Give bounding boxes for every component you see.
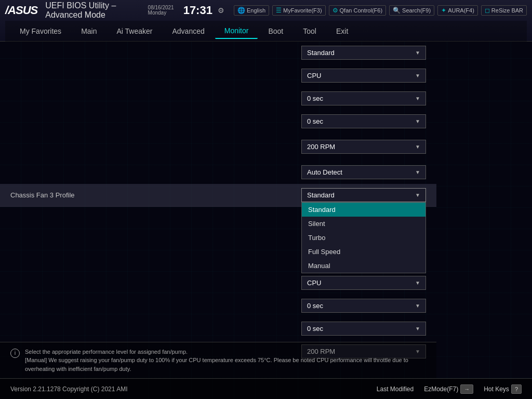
chassis-fan3-qfan-source-value: CPU xyxy=(307,279,321,287)
info-icon-char: i xyxy=(15,349,16,357)
chassis-fan2-profile-value: Standard xyxy=(307,49,335,57)
chassis-fan3-step-down-dropdown[interactable]: 0 sec ▼ xyxy=(301,322,426,336)
chassis-fan2-qfan-source-control: CPU ▼ xyxy=(301,69,426,83)
fan-icon: ⚙ xyxy=(332,7,338,14)
chassis-fan2-step-up-control: 0 sec ▼ xyxy=(301,91,426,105)
info-line-2: [Manual] We suggest raising your fan/pum… xyxy=(25,356,426,373)
dropdown-arrow: ▼ xyxy=(415,50,420,56)
chassis-fan2-profile-dropdown[interactable]: Standard ▼ xyxy=(301,46,426,60)
chassis-fan2-speed-low-limit-control: 200 RPM ▼ xyxy=(301,140,426,154)
dropdown-arrow: ▼ xyxy=(415,303,420,309)
nav-my-favorites[interactable]: My Favorites xyxy=(10,24,71,38)
footer: Version 2.21.1278 Copyright (C) 2021 AMI… xyxy=(0,378,532,399)
hot-keys-label: Hot Keys xyxy=(484,385,509,393)
chassis-fan2-step-up-dropdown[interactable]: 0 sec ▼ xyxy=(301,91,426,105)
footer-version: Version 2.21.1278 Copyright (C) 2021 AMI xyxy=(10,385,127,393)
qfan-label: Qfan Control(F6) xyxy=(340,7,383,14)
search-icon: 🔍 xyxy=(393,7,401,14)
header-nav: 🌐 English ☰ MyFavorite(F3) ⚙ Qfan Contro… xyxy=(234,5,527,16)
nav-exit[interactable]: Exit xyxy=(327,24,357,38)
asus-logo: /ASUS xyxy=(5,4,37,17)
chassis-fan3-qfan-source-dropdown[interactable]: CPU ▼ xyxy=(301,276,426,290)
aura-btn[interactable]: ✦ AURA(F4) xyxy=(437,5,478,16)
dropdown-arrow: ▼ xyxy=(415,280,420,286)
info-text: Select the appropriate performance level… xyxy=(25,348,426,374)
info-icon: i xyxy=(10,349,20,358)
chassis-fan2-step-down-dropdown[interactable]: 0 sec ▼ xyxy=(301,114,426,128)
dropdown-arrow: ▼ xyxy=(415,144,420,150)
datetime-block: 08/16/2021 Monday xyxy=(148,5,174,16)
favorite-icon: ☰ xyxy=(276,7,282,14)
settings-icon[interactable]: ⚙ xyxy=(218,6,224,15)
nav-tool[interactable]: Tool xyxy=(294,24,326,38)
language-selector[interactable]: 🌐 English xyxy=(234,5,269,16)
chassis-fan3-qfan-control-value: Auto Detect xyxy=(307,168,342,176)
chassis-fan3-profile-control: Standard ▼ Standard Silent Turbo Full Sp… xyxy=(301,188,426,202)
nav-boot[interactable]: Boot xyxy=(259,24,292,38)
chassis-fan2-qfan-source-value: CPU xyxy=(307,72,321,79)
hot-keys-icon: ? xyxy=(511,384,522,394)
bios-title: UEFI BIOS Utility – Advanced Mode xyxy=(45,1,142,20)
chassis-fan3-step-up-dropdown[interactable]: 0 sec ▼ xyxy=(301,299,426,313)
chassis-fan3-step-down-control: 0 sec ▼ xyxy=(301,322,426,336)
resize-bar-btn[interactable]: ◻ ReSize BAR xyxy=(481,5,527,16)
chassis-fan3-profile-row: Chassis Fan 3 Profile Standard ▼ Standar… xyxy=(0,184,436,207)
search-label: Search(F9) xyxy=(402,7,431,14)
search-btn[interactable]: 🔍 Search(F9) xyxy=(389,5,434,16)
option-silent[interactable]: Silent xyxy=(302,217,425,231)
footer-right: Last Modified EzMode(F7) → Hot Keys ? xyxy=(377,384,522,394)
main-navigation: My Favorites Main Ai Tweaker Advanced Mo… xyxy=(5,21,527,42)
chassis-fan3-step-down-value: 0 sec xyxy=(307,325,323,332)
aura-icon: ✦ xyxy=(441,7,446,14)
date-text: 08/16/2021 Monday xyxy=(148,5,174,16)
chassis-fan2-step-down-value: 0 sec xyxy=(307,117,323,125)
dropdown-arrow: ▼ xyxy=(415,169,420,175)
resize-icon: ◻ xyxy=(485,7,490,14)
last-modified-btn[interactable]: Last Modified xyxy=(377,385,414,393)
hot-keys-btn[interactable]: Hot Keys ? xyxy=(484,384,522,394)
dropdown-arrow: ▼ xyxy=(415,96,420,101)
option-full-speed[interactable]: Full Speed xyxy=(302,245,425,259)
chassis-fan2-speed-low-limit-value: 200 RPM xyxy=(307,143,335,151)
globe-icon: 🌐 xyxy=(237,7,245,14)
info-panel: i Select the appropriate performance lev… xyxy=(0,342,436,379)
chassis-fan3-profile-label: Chassis Fan 3 Profile xyxy=(10,191,301,199)
option-standard[interactable]: Standard xyxy=(302,203,425,217)
option-turbo[interactable]: Turbo xyxy=(302,231,425,245)
resize-label: ReSize BAR xyxy=(491,7,523,14)
chassis-fan2-profile-control: Standard ▼ xyxy=(301,46,426,60)
nav-advanced[interactable]: Advanced xyxy=(163,24,214,38)
chassis-fan3-qfan-control-control: Auto Detect ▼ xyxy=(301,165,426,179)
chassis-fan3-qfan-source-control: CPU ▼ xyxy=(301,276,426,290)
chassis-fan2-speed-low-limit-dropdown[interactable]: 200 RPM ▼ xyxy=(301,140,426,154)
chassis-fan3-profile-dropdown[interactable]: Standard ▼ xyxy=(301,188,426,202)
language-label: English xyxy=(247,7,265,14)
header: /ASUS UEFI BIOS Utility – Advanced Mode … xyxy=(0,0,532,42)
last-modified-label: Last Modified xyxy=(377,385,414,393)
myfavorite-label: MyFavorite(F3) xyxy=(283,7,322,14)
dropdown-arrow: ▼ xyxy=(415,192,420,198)
nav-main[interactable]: Main xyxy=(72,24,106,38)
chassis-fan2-step-down-control: 0 sec ▼ xyxy=(301,114,426,128)
option-manual[interactable]: Manual xyxy=(302,259,425,273)
nav-monitor[interactable]: Monitor xyxy=(215,23,258,39)
dropdown-arrow: ▼ xyxy=(415,73,420,78)
chassis-fan3-profile-value: Standard xyxy=(307,191,335,199)
chassis-fan3-profile-menu: Standard Silent Turbo Full Speed Manual xyxy=(301,202,426,273)
chassis-fan3-qfan-control-dropdown[interactable]: Auto Detect ▼ xyxy=(301,165,426,179)
my-favorite-btn[interactable]: ☰ MyFavorite(F3) xyxy=(272,5,326,16)
chassis-fan2-step-up-value: 0 sec xyxy=(307,95,323,102)
ez-mode-label: EzMode(F7) xyxy=(424,385,458,393)
info-line-1: Select the appropriate performance level… xyxy=(25,348,426,356)
ez-mode-icon: → xyxy=(460,384,473,394)
qfan-control-btn[interactable]: ⚙ Qfan Control(F6) xyxy=(329,5,387,16)
time-display: 17:31 xyxy=(183,4,212,17)
nav-ai-tweaker[interactable]: Ai Tweaker xyxy=(107,24,162,38)
dropdown-arrow: ▼ xyxy=(415,118,420,124)
dropdown-arrow: ▼ xyxy=(415,326,420,331)
chassis-fan2-qfan-source-dropdown[interactable]: CPU ▼ xyxy=(301,69,426,83)
chassis-fan3-step-up-value: 0 sec xyxy=(307,302,323,310)
aura-label: AURA(F4) xyxy=(448,7,474,14)
chassis-fan3-step-up-control: 0 sec ▼ xyxy=(301,299,426,313)
ez-mode-btn[interactable]: EzMode(F7) → xyxy=(424,384,473,394)
